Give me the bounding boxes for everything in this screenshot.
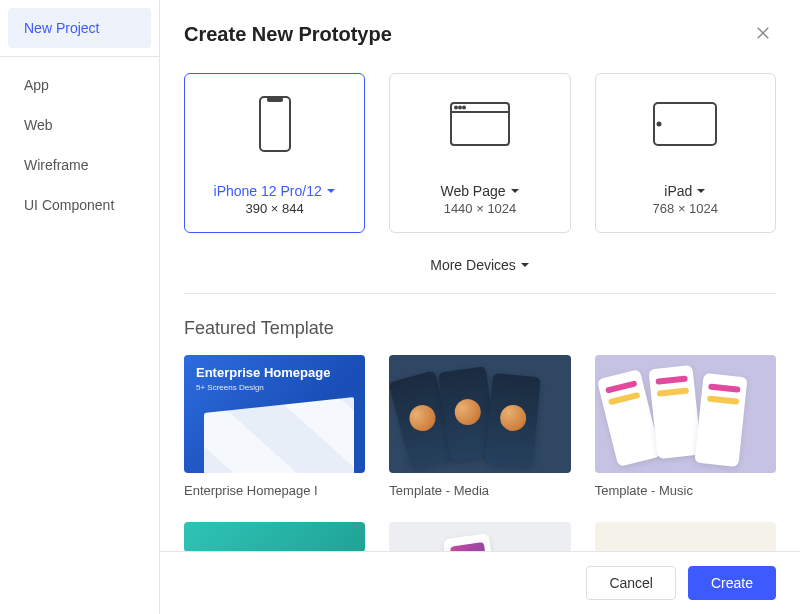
dialog-title: Create New Prototype: [184, 23, 392, 46]
template-label: Template - Music: [595, 483, 776, 498]
svg-rect-9: [654, 103, 716, 145]
svg-point-10: [658, 123, 661, 126]
device-dims: 1440 × 1024: [440, 201, 519, 216]
template-thumb: [184, 522, 365, 552]
template-card-music[interactable]: Template - Music: [595, 355, 776, 498]
divider: [184, 293, 776, 294]
cancel-button[interactable]: Cancel: [586, 566, 676, 600]
sidebar-item-app[interactable]: App: [8, 65, 151, 105]
svg-point-8: [463, 107, 465, 109]
sidebar-item-wireframe[interactable]: Wireframe: [8, 145, 151, 185]
dialog-footer: Cancel Create: [160, 551, 800, 614]
thumb-title: Enterprise Homepage: [196, 365, 330, 380]
more-devices-label: More Devices: [430, 257, 516, 273]
device-dims: 768 × 1024: [653, 201, 718, 216]
svg-rect-3: [267, 97, 283, 102]
template-thumb: [389, 522, 570, 552]
template-thumb: [595, 355, 776, 473]
template-card-media[interactable]: Template - Media: [389, 355, 570, 498]
caret-down-icon: [326, 183, 336, 199]
sidebar-item-web[interactable]: Web: [8, 105, 151, 145]
sidebar-item-ui-component[interactable]: UI Component: [8, 185, 151, 225]
template-thumb: [595, 522, 776, 552]
device-row: iPhone 12 Pro/12 390 × 844 Web Page 1440…: [184, 73, 776, 233]
template-card-enterprise[interactable]: Enterprise Homepage 5+ Screens Design En…: [184, 355, 365, 498]
svg-point-7: [459, 107, 461, 109]
template-label: Enterprise Homepage I: [184, 483, 365, 498]
close-button[interactable]: [750, 20, 776, 49]
device-card-web[interactable]: Web Page 1440 × 1024: [389, 73, 570, 233]
sidebar: New Project App Web Wireframe UI Compone…: [0, 0, 160, 614]
caret-down-icon: [510, 183, 520, 199]
template-grid: Enterprise Homepage 5+ Screens Design En…: [184, 355, 776, 498]
device-dims: 390 × 844: [214, 201, 336, 216]
phone-icon: [259, 94, 291, 154]
browser-icon: [450, 94, 510, 154]
template-thumb: [389, 355, 570, 473]
device-card-ipad[interactable]: iPad 768 × 1024: [595, 73, 776, 233]
sidebar-item-new-project[interactable]: New Project: [8, 8, 151, 48]
create-button[interactable]: Create: [688, 566, 776, 600]
more-devices-button[interactable]: More Devices: [184, 249, 776, 293]
svg-rect-2: [260, 97, 290, 151]
thumb-subtitle: 5+ Screens Design: [196, 383, 264, 392]
caret-down-icon: [696, 183, 706, 199]
sidebar-divider: [0, 56, 159, 57]
device-name: iPad: [664, 183, 692, 199]
device-card-iphone[interactable]: iPhone 12 Pro/12 390 × 844: [184, 73, 365, 233]
tablet-icon: [653, 94, 717, 154]
svg-point-6: [455, 107, 457, 109]
templates-title: Featured Template: [184, 318, 776, 339]
device-name: iPhone 12 Pro/12: [214, 183, 322, 199]
device-name: Web Page: [440, 183, 505, 199]
new-project-dialog: New Project App Web Wireframe UI Compone…: [0, 0, 800, 614]
template-label: Template - Media: [389, 483, 570, 498]
close-icon: [754, 30, 772, 45]
template-thumb: Enterprise Homepage 5+ Screens Design: [184, 355, 365, 473]
caret-down-icon: [520, 257, 530, 273]
dialog-header: Create New Prototype: [184, 20, 776, 49]
main-content: Create New Prototype iPhone 12 Pro/12 39…: [160, 0, 800, 614]
